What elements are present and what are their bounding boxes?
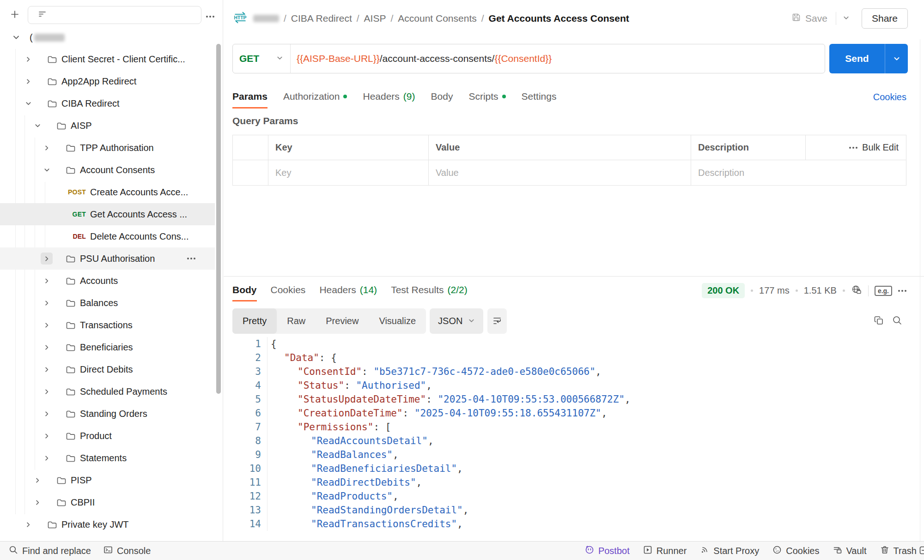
folder-item[interactable]: Account Consents (0, 159, 215, 181)
chevron-down-icon[interactable] (12, 33, 20, 42)
tab-body[interactable]: Body (431, 85, 453, 108)
folder-item[interactable]: Product (0, 425, 215, 447)
response-tab-body[interactable]: Body (232, 280, 257, 301)
vault-button[interactable]: Vault (833, 545, 867, 557)
clipped-edge-icon[interactable] (918, 545, 924, 556)
folder-item[interactable]: Standing Orders (0, 403, 215, 425)
item-more-button[interactable] (187, 258, 195, 259)
trash-button[interactable]: Trash (880, 545, 917, 557)
find-and-replace-button[interactable]: Find and replace (8, 545, 91, 557)
tab-params[interactable]: Params (232, 85, 267, 108)
chevron-right-icon[interactable] (31, 474, 43, 486)
breadcrumb-segment[interactable]: AISP (364, 13, 386, 24)
folder-item[interactable]: AISP (0, 114, 215, 137)
chevron-right-icon[interactable] (41, 319, 53, 331)
description-input[interactable]: Description (691, 160, 906, 185)
status-badge[interactable]: 200 OK (702, 283, 745, 298)
chevron-right-icon[interactable] (41, 452, 53, 464)
tab-authorization[interactable]: Authorization (283, 85, 347, 108)
chevron-right-icon[interactable] (31, 496, 43, 508)
response-tab-test-results[interactable]: Test Results(2/2) (391, 280, 468, 301)
save-button[interactable]: Save (791, 12, 827, 24)
chevron-right-icon[interactable] (41, 408, 53, 420)
runner-button[interactable]: Runner (643, 545, 687, 557)
start-proxy-button[interactable]: Start Proxy (699, 545, 759, 557)
folder-item[interactable]: PSU Authorisation (0, 247, 215, 270)
folder-item[interactable]: TPP Authorisation (0, 137, 215, 159)
chevron-right-icon[interactable] (41, 142, 53, 154)
tab-headers[interactable]: Headers(9) (363, 85, 415, 108)
chevron-down-icon[interactable] (41, 164, 53, 176)
key-input[interactable]: Key (268, 160, 429, 185)
view-visualize[interactable]: Visualize (369, 308, 426, 334)
chevron-right-icon[interactable] (41, 253, 53, 265)
breadcrumb-segment[interactable]: Account Consents (398, 13, 476, 24)
line-number: 2 (224, 351, 261, 365)
cookies-link[interactable]: Cookies (873, 92, 906, 102)
wrap-text-button[interactable] (487, 308, 507, 334)
response-tab-headers[interactable]: Headers(14) (319, 280, 377, 301)
folder-item[interactable]: Statements (0, 447, 215, 469)
chevron-right-icon[interactable] (41, 275, 53, 287)
postbot-button[interactable]: Postbot (584, 545, 630, 557)
chevron-right-icon[interactable] (41, 341, 53, 353)
url-input[interactable]: {{AISP-Base-URL}}/account-access-consent… (291, 53, 552, 64)
response-more-button[interactable] (898, 290, 906, 292)
folder-item[interactable]: Transactions (0, 314, 215, 336)
send-button[interactable]: Send (829, 44, 908, 73)
cookies-button[interactable]: Cookies (772, 545, 819, 557)
bulk-edit-button[interactable]: Bulk Edit (806, 135, 906, 160)
request-item[interactable]: POSTCreate Accounts Acce... (0, 181, 215, 203)
folder-item[interactable]: CBPII (0, 491, 215, 513)
chevron-right-icon[interactable] (22, 75, 34, 87)
folder-item[interactable]: PISP (0, 469, 215, 491)
example-button[interactable]: e.g. (875, 286, 892, 296)
globe-lock-icon[interactable] (851, 284, 862, 297)
view-pretty[interactable]: Pretty (232, 308, 277, 334)
chevron-down-icon[interactable] (31, 120, 43, 132)
folder-item[interactable]: Accounts (0, 270, 215, 292)
request-item[interactable]: DELDelete Accounts Cons... (0, 225, 215, 247)
response-divider[interactable] (224, 276, 924, 277)
row-checkbox-cell[interactable] (233, 160, 268, 185)
view-raw[interactable]: Raw (277, 308, 316, 334)
folder-item[interactable]: Direct Debits (0, 358, 215, 380)
folder-item[interactable]: Balances (0, 292, 215, 314)
chevron-right-icon[interactable] (22, 53, 34, 65)
chevron-down-icon[interactable] (22, 97, 34, 109)
tab-scripts[interactable]: Scripts (468, 85, 505, 108)
collection-root[interactable]: ( (0, 29, 223, 46)
folder-item[interactable]: App2App Redirect (0, 70, 215, 92)
send-options-button[interactable] (885, 44, 908, 73)
share-button[interactable]: Share (862, 8, 908, 29)
tab-settings[interactable]: Settings (522, 85, 557, 108)
format-selector[interactable]: JSON (430, 308, 483, 334)
sidebar-more-button[interactable] (206, 11, 214, 19)
response-tab-cookies[interactable]: Cookies (271, 280, 306, 301)
folder-item[interactable]: Client Secret - Client Certific... (0, 48, 215, 70)
save-options-button[interactable] (843, 14, 850, 23)
request-item[interactable]: GETGet Accounts Access ... (0, 203, 215, 225)
new-button[interactable] (8, 9, 21, 22)
chevron-right-icon[interactable] (41, 297, 53, 309)
chevron-right-icon[interactable] (41, 363, 53, 375)
sidebar-scrollbar[interactable] (216, 44, 221, 394)
chevron-right-icon[interactable] (41, 430, 53, 442)
folder-item[interactable]: Private key JWT (0, 513, 215, 536)
value-input[interactable]: Value (429, 160, 691, 185)
chevron-right-icon[interactable] (22, 518, 34, 530)
view-preview[interactable]: Preview (316, 308, 369, 334)
copy-button[interactable] (869, 308, 888, 334)
chevron-right-icon[interactable] (41, 385, 53, 397)
console-button[interactable]: Console (103, 545, 151, 557)
folder-item[interactable]: Scheduled Payments (0, 380, 215, 403)
breadcrumb-segment[interactable]: CIBA Redirect (291, 13, 352, 24)
response-body-code[interactable]: 1{2"Data": {3"ConsentId": "b5e371c7-736c… (224, 337, 919, 541)
folder-item[interactable]: Beneficiaries (0, 336, 215, 358)
folder-icon (66, 343, 75, 352)
collection-search-input[interactable] (28, 6, 201, 24)
folder-item[interactable]: CIBA Redirect (0, 92, 215, 114)
method-selector[interactable]: GET (233, 53, 290, 64)
search-response-button[interactable] (888, 308, 906, 334)
main-scroll-track[interactable] (920, 39, 920, 541)
